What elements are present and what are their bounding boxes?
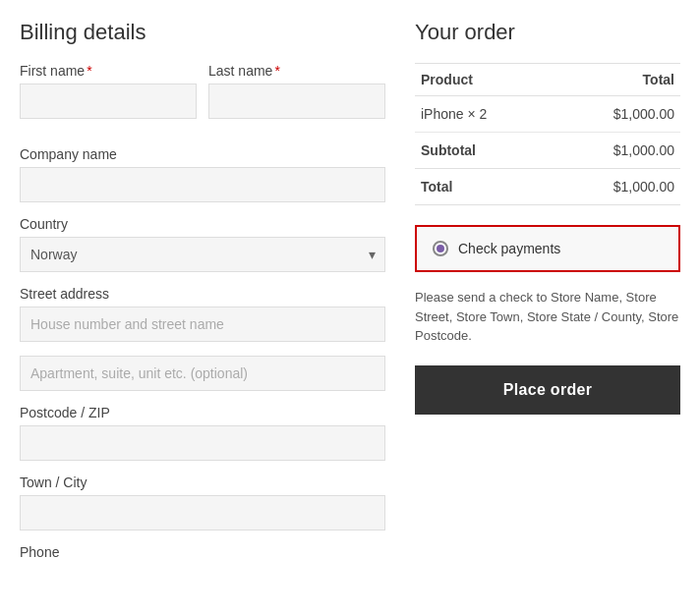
col-product-header: Product — [415, 64, 552, 96]
order-title: Your order — [415, 20, 680, 45]
country-label: Country — [20, 216, 385, 232]
billing-title: Billing details — [20, 20, 385, 45]
town-group: Town / City — [20, 474, 385, 530]
town-input[interactable] — [20, 495, 385, 530]
street-address-label: Street address — [20, 286, 385, 302]
phone-label: Phone — [20, 544, 385, 560]
total-label: Total — [415, 169, 552, 205]
subtotal-value: $1,000.00 — [552, 133, 680, 169]
payment-radio[interactable] — [433, 241, 448, 256]
postcode-group: Postcode / ZIP — [20, 405, 385, 461]
country-select-wrapper: Norway Sweden Denmark United Kingdom Uni… — [20, 237, 385, 272]
street-address-group: Street address — [20, 286, 385, 342]
company-name-group: Company name — [20, 146, 385, 202]
phone-group: Phone — [20, 544, 385, 565]
order-table: Product Total iPhone × 2 $1,000.00 Subto… — [415, 63, 680, 205]
town-label: Town / City — [20, 474, 385, 490]
company-name-input[interactable] — [20, 167, 385, 202]
required-asterisk: * — [87, 63, 91, 79]
col-total-header: Total — [552, 64, 680, 96]
required-asterisk-2: * — [274, 63, 279, 79]
place-order-button[interactable]: Place order — [415, 365, 680, 415]
subtotal-label: Subtotal — [415, 133, 552, 169]
last-name-label: Last name* — [208, 63, 385, 79]
postcode-label: Postcode / ZIP — [20, 405, 385, 420]
postcode-input[interactable] — [20, 425, 385, 461]
company-name-label: Company name — [20, 146, 385, 162]
payment-description: Please send a check to Store Name, Store… — [415, 288, 680, 346]
apt-input[interactable] — [20, 356, 385, 391]
payment-method-box[interactable]: Check payments — [415, 225, 680, 272]
total-row: Total $1,000.00 — [415, 169, 680, 205]
item-price: $1,000.00 — [552, 96, 680, 133]
billing-section: Billing details First name* Last name* C… — [20, 20, 385, 579]
item-name: iPhone × 2 — [415, 96, 552, 133]
payment-method-label: Check payments — [458, 241, 560, 256]
country-group: Country Norway Sweden Denmark United Kin… — [20, 216, 385, 272]
order-item-row: iPhone × 2 $1,000.00 — [415, 96, 680, 133]
first-name-label: First name* — [20, 63, 197, 79]
apt-group — [20, 356, 385, 391]
last-name-input[interactable] — [208, 84, 385, 119]
first-name-group: First name* — [20, 63, 197, 119]
total-value: $1,000.00 — [552, 169, 680, 205]
order-section: Your order Product Total iPhone × 2 $1,0… — [415, 20, 680, 579]
street-address-input[interactable] — [20, 307, 385, 342]
first-name-input[interactable] — [20, 84, 197, 119]
subtotal-row: Subtotal $1,000.00 — [415, 133, 680, 169]
country-select[interactable]: Norway Sweden Denmark United Kingdom Uni… — [20, 237, 385, 272]
last-name-group: Last name* — [208, 63, 385, 119]
